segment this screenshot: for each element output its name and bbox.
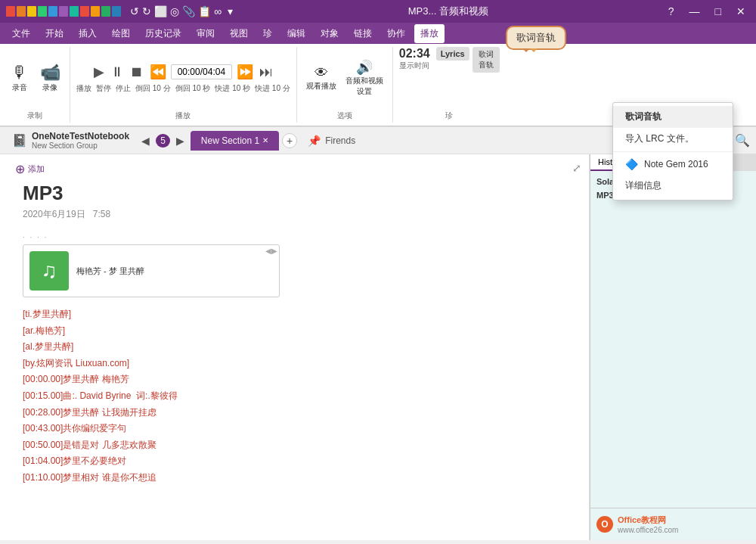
drag-handle: · · · · — [23, 233, 566, 241]
menu-view[interactable]: 视图 — [224, 24, 254, 43]
pencil-green — [38, 6, 47, 17]
lyrics-group-label: 珍 — [445, 110, 453, 123]
help-button[interactable]: ? — [664, 4, 679, 19]
lyric-line-9: [00:50.00]是错是对 几多悲欢散聚 — [23, 437, 566, 454]
dropdown-lyrics-track-label: 歌词音轨 — [625, 110, 662, 123]
section-count-badge[interactable]: 5 — [156, 134, 170, 148]
pencil-teal — [70, 6, 79, 17]
add-label: 添加 — [28, 163, 45, 175]
friends-label: Firends — [325, 135, 355, 146]
menu-history[interactable]: 历史记录 — [139, 24, 187, 43]
section-tab-close[interactable]: ✕ — [262, 136, 268, 145]
dropdown-item-note-gem[interactable]: 🔷 Note Gem 2016 — [613, 154, 733, 175]
pencil-gold — [91, 6, 100, 17]
options-group-label: 选项 — [337, 110, 352, 123]
record-video-label: 录像 — [42, 82, 57, 93]
lyrics-button[interactable]: Lyrics — [436, 47, 469, 61]
playback-group-label: 播放 — [175, 110, 191, 123]
ribbon-options-content: 👁 观看播放 🔊 音频和视频 设置 — [303, 47, 386, 110]
lyric-line-11: [01:10.00]梦里相对 谁是你不想追 — [23, 470, 566, 486]
rewind-button[interactable]: ⏪ — [148, 64, 168, 80]
rewind10s-label: 倒回 10 秒 — [175, 83, 211, 94]
nav-back-button[interactable]: ◀ — [138, 133, 153, 148]
record-icon: 🎙 — [11, 64, 28, 81]
lyric-line-6: [00:15.00]曲:. David Byrine 词:.黎彼得 — [23, 388, 566, 405]
record-video-button[interactable]: 📹 录像 — [36, 63, 64, 95]
lyric-line-5: [00:00.00]梦里共醉 梅艳芳 — [23, 371, 566, 388]
lyric-line-10: [01:04.00]梦里不必要绝对 — [23, 453, 566, 470]
pencil-yellow — [27, 6, 36, 17]
audience-view-button[interactable]: 👁 观看播放 — [303, 64, 339, 93]
section-tab-new-section[interactable]: New Section 1 ✕ — [191, 131, 279, 151]
menu-rare[interactable]: 珍 — [257, 24, 278, 43]
stop-button[interactable]: ⏹ — [129, 64, 145, 80]
add-content-button[interactable]: ⊕ 添加 — [15, 162, 45, 176]
notebook-title[interactable]: 📓 OneNoteTestNotebook New Section Group — [6, 128, 135, 153]
page-title: MP3 — [23, 182, 566, 205]
page-content: ⊕ 添加 ⤢ MP3 2020年6月19日 7:58 · · · · ◀▶ ♫ … — [0, 154, 590, 540]
notebook-info: OneNoteTestNotebook New Section Group — [32, 131, 129, 150]
ribbon-lyrics-content: 02:34 显示时间 Lyrics 歌词 音轨 — [399, 47, 500, 110]
notebook-name: OneNoteTestNotebook — [32, 131, 129, 141]
menu-file[interactable]: 文件 — [6, 24, 36, 43]
menu-object[interactable]: 对象 — [314, 24, 345, 43]
minimize-button[interactable]: — — [685, 4, 705, 19]
record-audio-button[interactable]: 🎙 录音 — [6, 63, 33, 95]
mp3-container: ◀▶ ♫ 梅艳芳 - 梦 里共醉 — [23, 244, 280, 297]
dropdown-menu: 歌词音轨 导入 LRC 文件。 🔷 Note Gem 2016 详细信息 — [612, 102, 733, 201]
av-settings-label: 音频和视频 设置 — [345, 76, 383, 97]
ribbon-record-buttons: 🎙 录音 📹 录像 — [6, 47, 64, 110]
fast-forward-button[interactable]: ⏭ — [258, 64, 274, 80]
ribbon-group-options: 👁 观看播放 🔊 音频和视频 设置 选项 — [297, 47, 393, 123]
nav-forward-button[interactable]: ▶ — [173, 133, 187, 148]
pause-button[interactable]: ⏸ — [109, 64, 125, 80]
search-button[interactable]: 🔍 — [735, 133, 750, 148]
record-audio-label: 录音 — [12, 82, 27, 93]
menu-link[interactable]: 链接 — [348, 24, 378, 43]
pause-label: 暂停 — [96, 83, 111, 94]
menu-edit[interactable]: 编辑 — [281, 24, 311, 43]
lyric-line-2: [ar.梅艳芳] — [23, 323, 566, 340]
add-section-button[interactable]: + — [282, 133, 297, 148]
expand-button[interactable]: ⤢ — [572, 162, 581, 174]
lyrics-track-button[interactable]: 歌词 音轨 — [472, 47, 500, 73]
menu-playback[interactable]: 播放 — [414, 24, 445, 43]
ribbon-group-lyrics: 02:34 显示时间 Lyrics 歌词 音轨 珍 歌词音轨 — [393, 47, 506, 123]
lyric-line-8: [00:43.00]共你编织爱字句 — [23, 421, 566, 437]
av-settings-icon: 🔊 — [356, 61, 373, 74]
window-title: MP3... 音频和视频 — [408, 5, 488, 18]
dropdown-item-lyrics-track[interactable]: 歌词音轨 — [613, 106, 733, 128]
time-label: 显示时间 — [399, 61, 429, 71]
maximize-button[interactable]: □ — [711, 4, 726, 19]
office-brand-text: Office教程网 www.office26.com — [618, 514, 678, 534]
lyric-line-4: [by.炫网资讯 Liuxuan.com] — [23, 356, 566, 372]
notebook-group: New Section Group — [32, 141, 129, 150]
dropdown-item-details[interactable]: 详细信息 — [613, 175, 733, 197]
menu-review[interactable]: 审阅 — [191, 24, 221, 43]
play-button[interactable]: ▶ — [92, 64, 106, 80]
time-display-group: 02:34 显示时间 — [399, 47, 430, 71]
mp3-filename: 梅艳芳 - 梦 里共醉 — [76, 266, 144, 277]
forward-button[interactable]: ⏩ — [235, 64, 255, 80]
ff10s-label: 快进 10 秒 — [215, 83, 250, 94]
menu-start[interactable]: 开始 — [39, 24, 70, 43]
av-settings-button[interactable]: 🔊 音频和视频 设置 — [342, 59, 386, 98]
pencil-purple — [59, 6, 68, 17]
title-bar-controls: ? — □ ✕ — [664, 4, 750, 19]
pencil-blue — [48, 6, 57, 17]
menu-collab[interactable]: 协作 — [381, 24, 411, 43]
play-label: 播放 — [76, 83, 91, 94]
note-gem-icon: 🔷 — [625, 158, 638, 170]
menu-insert[interactable]: 插入 — [73, 24, 103, 43]
lyrics-tooltip: 歌词音轨 — [506, 26, 566, 50]
ribbon-playback-content: ▶ ⏸ ⏹ ⏪ 00:00/04:04 ⏩ ⏭ 播放 暂停 停止 倒回 10 分… — [76, 47, 290, 110]
close-button[interactable]: ✕ — [732, 4, 750, 19]
title-bar-left: ↺ ↻ ⬜ ◎ 📎 📋 ∞ ▾ — [6, 5, 233, 17]
page-tab-friends[interactable]: 📌 Firends — [300, 132, 363, 150]
pencil-icons — [6, 6, 121, 17]
ff10m-label: 快进 10 分 — [255, 83, 290, 94]
copy-icon: 📋 — [198, 5, 211, 17]
dropdown-item-import-lrc[interactable]: 导入 LRC 文件。 — [613, 128, 733, 150]
menu-draw[interactable]: 绘图 — [106, 24, 136, 43]
lyric-line-1: [ti.梦里共醉] — [23, 306, 566, 323]
